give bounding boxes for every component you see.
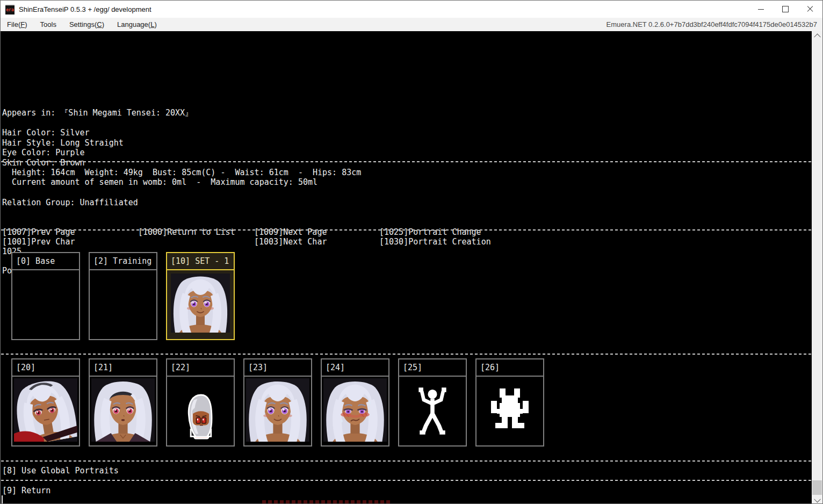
app-icon: era bbox=[5, 4, 15, 15]
sultry-tilt-portrait bbox=[14, 378, 77, 442]
menu-language[interactable]: Language(L) bbox=[111, 18, 163, 31]
portrait-label: [23] bbox=[244, 359, 311, 377]
nav-portrait-change[interactable]: [1025]Portrait Change bbox=[379, 227, 481, 237]
smile-portrait bbox=[171, 273, 230, 333]
minimize-button[interactable] bbox=[748, 1, 773, 18]
portrait-cell-26[interactable]: [26] bbox=[475, 358, 544, 447]
text-caret bbox=[2, 495, 3, 503]
portrait-cell-20[interactable]: [20] bbox=[11, 358, 80, 447]
nav-next-page[interactable]: [1009]Next Page bbox=[254, 227, 327, 237]
portrait-label: [24] bbox=[322, 359, 388, 377]
maximize-button[interactable] bbox=[773, 1, 798, 18]
clipped-red-text bbox=[262, 500, 391, 503]
portrait-empty bbox=[90, 270, 156, 339]
nav-next-char[interactable]: [1003]Next Char bbox=[254, 237, 327, 247]
measurements-line: Height: 164cm Weight: 49kg Bust: 85cm(C)… bbox=[2, 168, 361, 177]
portrait-set-cell-training[interactable]: [2] Training bbox=[89, 252, 157, 340]
menu-file[interactable]: File(F) bbox=[1, 18, 34, 31]
blush-portrait bbox=[323, 378, 387, 442]
portrait-cell-21[interactable]: [21] bbox=[89, 358, 157, 447]
title-bar: era ShinEraTenseiP 0.5.3 + /egg/ develop… bbox=[1, 1, 822, 18]
portrait-cell-23[interactable]: [23] bbox=[243, 358, 312, 447]
option-use-global-portraits[interactable]: [8] Use Global Portraits bbox=[2, 466, 119, 476]
separator-5 bbox=[1, 480, 811, 481]
close-icon bbox=[807, 6, 813, 12]
stick-figure-sprite bbox=[412, 385, 453, 437]
nav-portrait-creation[interactable]: [1030]Portrait Creation bbox=[379, 237, 491, 247]
separator-4 bbox=[1, 460, 811, 462]
hair-style-line: Hair Style: Long Straight bbox=[2, 138, 124, 148]
eye-color-line: Eye Color: Purple bbox=[2, 148, 85, 157]
appears-in-line: Appears in: 『Shin Megami Tensei: 20XX』 bbox=[2, 108, 193, 118]
portrait-set-label: [2] Training bbox=[90, 253, 156, 270]
portrait-set-cell-base[interactable]: [0] Base bbox=[11, 252, 80, 340]
game-console: Appears in: 『Shin Megami Tensei: 20XX』 H… bbox=[1, 31, 813, 504]
app-window: era ShinEraTenseiP 0.5.3 + /egg/ develop… bbox=[0, 0, 823, 504]
womb-line: Current amount of semen in womb: 0ml - M… bbox=[2, 177, 317, 187]
portrait-label: [20] bbox=[12, 359, 79, 377]
option-return[interactable]: [9] Return bbox=[2, 486, 50, 495]
scrollbar-thumb[interactable] bbox=[812, 480, 822, 495]
portrait-set-label: [0] Base bbox=[12, 253, 79, 270]
portrait-cell-24[interactable]: [24] bbox=[321, 358, 389, 447]
menu-tools[interactable]: Tools bbox=[34, 18, 63, 31]
scroll-down-button[interactable] bbox=[812, 495, 822, 504]
portrait-label: [25] bbox=[399, 359, 466, 377]
portrait-label: [21] bbox=[90, 359, 156, 377]
portrait-set-label: [10] SET - 1 bbox=[167, 253, 234, 270]
smile-portrait bbox=[246, 378, 309, 442]
skin-color-line: Skin Color: Brown bbox=[2, 158, 85, 168]
portrait-label: [22] bbox=[167, 359, 234, 377]
hair-color-line: Hair Color: Silver bbox=[2, 128, 90, 138]
portrait-label: [26] bbox=[477, 359, 543, 377]
menu-settings[interactable]: Settings(C) bbox=[63, 18, 111, 31]
chibi-sprite bbox=[183, 393, 218, 441]
forward-portrait bbox=[91, 378, 155, 442]
portrait-empty bbox=[12, 270, 79, 339]
emuera-version: Emuera.NET 0.2.6.0+7b7dd3bf240eff4fdfc70… bbox=[607, 20, 817, 28]
vertical-scrollbar[interactable] bbox=[812, 31, 822, 504]
separator-1 bbox=[1, 161, 811, 162]
minimize-icon bbox=[758, 9, 764, 10]
separator-2 bbox=[1, 229, 811, 231]
close-button[interactable] bbox=[798, 1, 822, 18]
menu-bar: File(F) Tools Settings(C) Language(L) Em… bbox=[1, 18, 822, 31]
portrait-cell-22[interactable]: [22] bbox=[166, 358, 235, 447]
relation-group-line: Relation Group: Unaffiliated bbox=[2, 198, 138, 207]
nav-return-to-list[interactable]: [1000]Return to List bbox=[138, 227, 235, 237]
chevron-down-icon bbox=[814, 495, 821, 502]
separator-3 bbox=[1, 354, 811, 355]
nav-prev-page[interactable]: [1007]Prev Page bbox=[2, 227, 75, 237]
chevron-up-icon bbox=[814, 33, 821, 40]
maximize-icon bbox=[782, 6, 789, 12]
window-title: ShinEraTenseiP 0.5.3 + /egg/ development bbox=[19, 5, 151, 13]
nav-prev-char[interactable]: [1001]Prev Char bbox=[2, 237, 75, 247]
scroll-up-button[interactable] bbox=[812, 31, 822, 41]
pixel-demon-sprite bbox=[488, 387, 531, 436]
portrait-set-cell-set1-selected[interactable]: [10] SET - 1 bbox=[166, 252, 235, 340]
portrait-cell-25[interactable]: [25] bbox=[398, 358, 467, 447]
